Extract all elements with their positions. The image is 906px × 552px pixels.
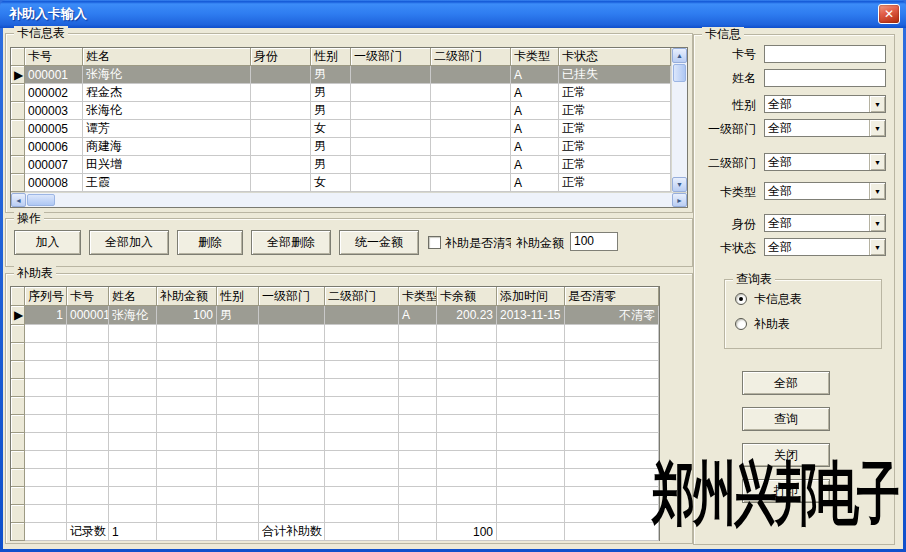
scrollbar-thumb[interactable] — [27, 194, 55, 206]
table-row[interactable]: 000008 王霞 女 A 正常 — [11, 174, 671, 192]
scroll-right-button[interactable]: ► — [672, 193, 687, 207]
cell[interactable] — [431, 156, 511, 174]
cell[interactable]: 正常 — [559, 138, 671, 156]
gender-dropdown[interactable]: 全部 ▼ — [764, 95, 886, 113]
cell[interactable]: 王霞 — [83, 174, 251, 192]
cell[interactable] — [325, 306, 399, 325]
unify-amount-button[interactable]: 统一金额 — [339, 230, 419, 255]
cell[interactable]: 男 — [311, 138, 351, 156]
print-button[interactable]: 打印 — [742, 479, 830, 503]
table-row[interactable]: 000003 张海伦 男 A 正常 — [11, 102, 671, 120]
cell[interactable]: 000005 — [25, 120, 83, 138]
table-row[interactable]: 000007 田兴增 男 A 正常 — [11, 156, 671, 174]
add-button[interactable]: 加入 — [14, 230, 81, 255]
cell[interactable]: 正常 — [559, 120, 671, 138]
dropdown-button[interactable]: ▼ — [869, 154, 885, 170]
cell[interactable]: 正常 — [559, 102, 671, 120]
cell[interactable]: A — [399, 306, 437, 325]
subsidy-amount-input[interactable]: 100 — [570, 232, 618, 251]
cell[interactable]: 女 — [311, 120, 351, 138]
cell[interactable]: 男 — [311, 102, 351, 120]
radio-card-info-table[interactable] — [735, 293, 747, 305]
cell[interactable]: 男 — [311, 66, 351, 84]
cell[interactable] — [351, 66, 431, 84]
cell[interactable] — [251, 174, 311, 192]
radio-subsidy-table[interactable] — [735, 318, 747, 330]
dept2-dropdown[interactable]: 全部 ▼ — [764, 153, 886, 171]
close-window-button[interactable]: 关闭 — [742, 443, 830, 467]
cell[interactable] — [431, 84, 511, 102]
cell[interactable]: 正常 — [559, 174, 671, 192]
query-button[interactable]: 查询 — [742, 407, 830, 431]
card-no-input[interactable] — [764, 45, 886, 63]
table-row[interactable]: ▶ 000001 张海伦 男 A 已挂失 — [11, 66, 671, 84]
cell[interactable]: A — [511, 138, 559, 156]
cell[interactable]: 男 — [311, 156, 351, 174]
scroll-up-button[interactable]: ▲ — [672, 48, 687, 63]
cell[interactable] — [431, 102, 511, 120]
cell[interactable]: 000006 — [25, 138, 83, 156]
card-type-dropdown[interactable]: 全部 ▼ — [764, 182, 886, 200]
scroll-left-button[interactable]: ◄ — [11, 193, 26, 207]
vertical-scrollbar[interactable]: ▲ ▼ — [671, 48, 687, 192]
cell[interactable]: 100 — [157, 306, 217, 325]
cell[interactable]: 000008 — [25, 174, 83, 192]
dropdown-button[interactable]: ▼ — [869, 183, 885, 199]
cell[interactable]: A — [511, 84, 559, 102]
cell[interactable] — [251, 138, 311, 156]
cell[interactable]: 已挂失 — [559, 66, 671, 84]
cell[interactable] — [251, 66, 311, 84]
clear-subsidy-checkbox[interactable] — [428, 236, 441, 249]
cell[interactable] — [431, 138, 511, 156]
table-row[interactable]: ▶ 1 000001 张海伦 100 男 A 200.23 2013-11-15… — [11, 306, 659, 325]
cell[interactable]: A — [511, 66, 559, 84]
cell[interactable]: 张海伦 — [83, 66, 251, 84]
cell[interactable] — [351, 156, 431, 174]
cell[interactable]: 000001 — [67, 306, 109, 325]
horizontal-scrollbar[interactable]: ◄ ► — [11, 192, 687, 207]
dropdown-button[interactable]: ▼ — [869, 215, 885, 231]
cell[interactable]: 000003 — [25, 102, 83, 120]
cell[interactable]: 000001 — [25, 66, 83, 84]
cell[interactable]: 男 — [217, 306, 259, 325]
cell[interactable]: 商建海 — [83, 138, 251, 156]
cell[interactable]: 不清零 — [565, 306, 659, 325]
table-row[interactable]: 000002 程金杰 男 A 正常 — [11, 84, 671, 102]
cell[interactable] — [251, 84, 311, 102]
cell[interactable] — [351, 138, 431, 156]
cell[interactable]: 正常 — [559, 156, 671, 174]
cell[interactable] — [251, 102, 311, 120]
cell[interactable]: A — [511, 174, 559, 192]
dropdown-button[interactable]: ▼ — [869, 96, 885, 112]
cell[interactable]: A — [511, 156, 559, 174]
delete-button[interactable]: 删除 — [177, 230, 243, 255]
cell[interactable] — [351, 174, 431, 192]
cell[interactable] — [259, 306, 325, 325]
add-all-button[interactable]: 全部加入 — [89, 230, 169, 255]
dropdown-button[interactable]: ▼ — [869, 120, 885, 136]
card-status-dropdown[interactable]: 全部 ▼ — [764, 238, 886, 256]
scrollbar-thumb[interactable] — [673, 64, 686, 82]
cell[interactable] — [251, 156, 311, 174]
cell[interactable]: 程金杰 — [83, 84, 251, 102]
cell[interactable]: 张海伦 — [109, 306, 157, 325]
cell[interactable]: 000002 — [25, 84, 83, 102]
cell[interactable] — [431, 66, 511, 84]
cell[interactable]: 1 — [25, 306, 67, 325]
cell[interactable]: 女 — [311, 174, 351, 192]
scroll-down-button[interactable]: ▼ — [672, 177, 687, 192]
cell[interactable] — [251, 120, 311, 138]
cell[interactable]: 张海伦 — [83, 102, 251, 120]
cell[interactable]: 200.23 — [437, 306, 497, 325]
cell[interactable]: 谭芳 — [83, 120, 251, 138]
cell[interactable] — [431, 120, 511, 138]
cell[interactable]: 2013-11-15 16:58: — [497, 306, 565, 325]
table-row[interactable]: 000005 谭芳 女 A 正常 — [11, 120, 671, 138]
cell[interactable] — [351, 102, 431, 120]
cell[interactable] — [351, 84, 431, 102]
delete-all-button[interactable]: 全部删除 — [251, 230, 331, 255]
name-input[interactable] — [764, 69, 886, 87]
cell[interactable] — [351, 120, 431, 138]
cell[interactable]: 田兴增 — [83, 156, 251, 174]
table-row[interactable]: 000006 商建海 男 A 正常 — [11, 138, 671, 156]
